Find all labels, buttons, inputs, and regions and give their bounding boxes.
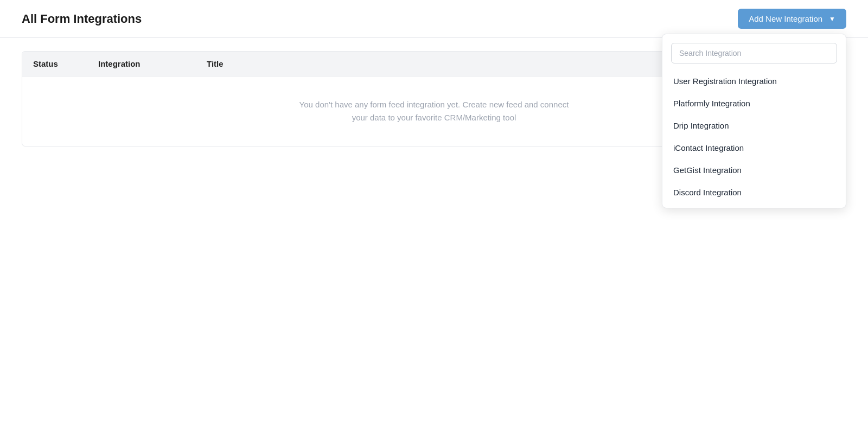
dropdown-item-getgist[interactable]: GetGist Integration xyxy=(662,159,846,181)
search-input[interactable] xyxy=(671,43,837,63)
dropdown-item-user-registration[interactable]: User Registration Integration xyxy=(662,70,846,92)
page-wrapper: All Form Integrations Add New Integratio… xyxy=(0,0,868,421)
column-integration: Integration xyxy=(98,59,207,68)
dropdown-list: User Registration Integration Platformly… xyxy=(662,70,846,203)
integration-dropdown: User Registration Integration Platformly… xyxy=(662,34,846,208)
add-new-integration-button[interactable]: Add New Integration ▼ xyxy=(738,9,846,29)
dropdown-item-icontact[interactable]: iContact Integration xyxy=(662,137,846,159)
add-button-label: Add New Integration xyxy=(749,14,822,23)
dropdown-item-platformly[interactable]: Platformly Integration xyxy=(662,92,846,114)
column-status: Status xyxy=(33,59,98,68)
dropdown-item-drip[interactable]: Drip Integration xyxy=(662,114,846,137)
page-title: All Form Integrations xyxy=(22,12,142,26)
dropdown-item-discord[interactable]: Discord Integration xyxy=(662,181,846,203)
chevron-down-icon: ▼ xyxy=(829,15,835,23)
search-wrapper xyxy=(662,34,846,68)
header: All Form Integrations Add New Integratio… xyxy=(0,0,868,38)
